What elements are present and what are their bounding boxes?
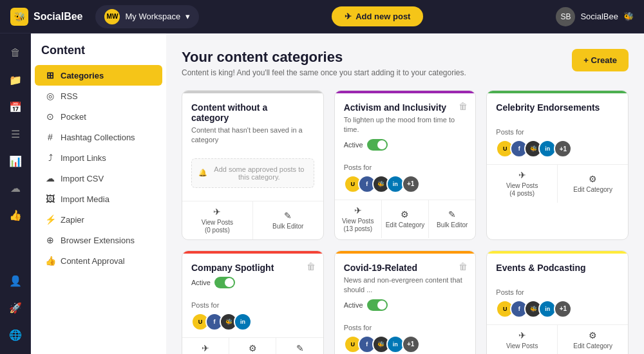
avatar-count: +1 — [554, 140, 572, 158]
bulk-editor-button-no-category[interactable]: ✎ Bulk Editor — [253, 201, 323, 239]
edit-category-button-company[interactable]: ⚙ Edit Category — [229, 338, 276, 354]
sidebar-icon-chart[interactable]: 📊 — [4, 149, 27, 172]
main-layout: 🗑 📁 📅 ☰ 📊 ☁ 👍 👤 🚀 🌐 Content ⊞ Categories… — [0, 33, 644, 354]
card-actions-events: ✈ View Posts ⚙ Edit Category — [487, 324, 628, 354]
toggle-covid[interactable] — [367, 299, 388, 311]
create-label: + Create — [583, 55, 617, 65]
view-posts-button-activism[interactable]: ✈ View Posts(13 posts) — [335, 200, 382, 238]
active-label: Active — [344, 301, 363, 309]
workspace-button[interactable]: MW My Workspace ▾ — [95, 5, 199, 28]
sidebar-icon-approve[interactable]: 👍 — [4, 203, 27, 227]
user-name: SocialBee — [580, 12, 618, 21]
sidebar-item-content-approval[interactable]: 👍 Content Approval — [35, 250, 162, 271]
delete-icon-activism[interactable]: 🗑 — [459, 101, 468, 111]
view-posts-button-events[interactable]: ✈ View Posts — [487, 325, 558, 354]
category-card-company: Company Spotlight 🗑 Active Posts for U f… — [182, 250, 324, 354]
content-approval-icon: 👍 — [45, 256, 55, 266]
delete-icon-company[interactable]: 🗑 — [307, 261, 316, 272]
sidebar-icon-folder[interactable]: 📁 — [4, 68, 27, 91]
category-grid: Content without a category Content that … — [182, 90, 629, 354]
page-header: Your content categories Content is king!… — [182, 49, 629, 77]
sidebar-item-import-csv[interactable]: ☁ Import CSV — [35, 168, 162, 189]
card-desc-activism: To lighten up the mood from time to time… — [344, 115, 467, 135]
category-card-events: Events & Podcasting Posts for U f 🐝 in +… — [486, 250, 629, 354]
avatar-stack-activism: U f 🐝 in +1 — [344, 175, 467, 193]
sidebar-icon-list[interactable]: ☰ — [4, 122, 27, 145]
sidebar-item-browser-ext[interactable]: ⊕ Browser Extensions — [35, 230, 162, 250]
card-body-activism: Posts for U f 🐝 in +1 — [335, 157, 476, 200]
sidebar-icon-calendar[interactable]: 📅 — [4, 95, 27, 118]
import-media-icon: 🖼 — [45, 194, 55, 204]
card-title-events: Events & Podcasting — [496, 263, 619, 273]
sidebar-icon-globe[interactable]: 🌐 — [4, 323, 27, 346]
card-body-events: Posts for U f 🐝 in +1 — [487, 282, 628, 324]
card-header-activism: Activism and Inclusivity To lighten up t… — [335, 91, 476, 157]
sidebar-icon-user[interactable]: 👤 — [4, 269, 27, 292]
bulk-editor-button-activism[interactable]: ✎ Bulk Editor — [429, 200, 475, 238]
edit-category-button-activism[interactable]: ⚙ Edit Category — [382, 200, 429, 238]
edit-category-icon: ⚙ — [401, 209, 409, 219]
sidebar-item-rss[interactable]: ◎ RSS — [35, 86, 162, 106]
card-body-covid: Posts for U f 🐝 in +1 — [335, 317, 476, 354]
edit-category-icon: ⚙ — [589, 330, 597, 340]
sidebar-item-pocket[interactable]: ⊙ Pocket — [35, 106, 162, 127]
create-button[interactable]: + Create — [572, 49, 629, 71]
add-post-button[interactable]: ✈ Add new post — [332, 6, 423, 26]
category-card-celebrity: Celebrity Endorsements Posts for U f 🐝 i… — [486, 90, 629, 240]
avatar-chip: in — [234, 313, 252, 331]
card-actions-activism: ✈ View Posts(13 posts) ⚙ Edit Category ✎… — [335, 200, 476, 238]
edit-category-button-celebrity[interactable]: ⚙ Edit Category — [558, 165, 628, 203]
card-title-activism: Activism and Inclusivity — [344, 102, 467, 113]
posts-for-label: Posts for — [344, 163, 467, 171]
logo-area: 🐝 SocialBee — [10, 8, 82, 26]
avatar-stack-covid: U f 🐝 in +1 — [344, 335, 467, 353]
posts-for-label: Posts for — [496, 128, 619, 136]
sidebar-icon-rocket[interactable]: 🚀 — [4, 296, 27, 319]
sidebar-item-import-links[interactable]: ⤴ Import Links — [35, 147, 162, 168]
card-title-no-category: Content without a category — [191, 102, 314, 123]
edit-category-button-events[interactable]: ⚙ Edit Category — [558, 325, 628, 354]
active-label: Active — [344, 141, 363, 149]
bee-icon: 🐝 — [623, 12, 634, 21]
sidebar-title: Content — [31, 44, 166, 65]
delete-icon-covid[interactable]: 🗑 — [459, 261, 468, 272]
active-toggle-covid: Active — [344, 299, 467, 311]
card-actions-no-category: ✈ View Posts(0 posts) ✎ Bulk Editor — [182, 201, 323, 239]
sidebar-item-zapier[interactable]: ⚡ Zapier — [35, 209, 162, 230]
avatar-count: +1 — [554, 300, 572, 318]
edit-category-label: Edit Category — [573, 342, 612, 350]
zapier-icon: ⚡ — [45, 214, 55, 225]
card-body-no-category: 🔔 Add some approved posts to this catego… — [182, 152, 323, 201]
view-posts-icon: ✈ — [518, 330, 526, 340]
card-header-events: Events & Podcasting — [487, 251, 628, 282]
card-placeholder: 🔔 Add some approved posts to this catego… — [191, 158, 314, 188]
active-toggle-activism: Active — [344, 139, 467, 151]
view-posts-button-company[interactable]: ✈ View Posts — [182, 338, 229, 354]
card-actions-company: ✈ View Posts ⚙ Edit Category ✎ Bulk Edit… — [182, 337, 323, 354]
logo-icon: 🐝 — [10, 8, 28, 26]
pocket-icon: ⊙ — [45, 111, 55, 122]
view-posts-label: View Posts — [506, 342, 538, 350]
sidebar-item-import-media[interactable]: 🖼 Import Media — [35, 189, 162, 209]
rss-label: RSS — [61, 91, 78, 101]
bulk-editor-icon: ✎ — [448, 209, 456, 219]
view-posts-icon: ✈ — [202, 343, 209, 353]
sidebar-icon-trash[interactable]: 🗑 — [4, 41, 27, 64]
card-actions-celebrity: ✈ View Posts(4 posts) ⚙ Edit Category — [487, 164, 628, 203]
view-posts-button-celebrity[interactable]: ✈ View Posts(4 posts) — [487, 165, 558, 203]
view-posts-icon: ✈ — [518, 170, 526, 180]
bulk-editor-button-company[interactable]: ✎ Bulk Editor — [276, 338, 323, 354]
edit-category-label: Edit Category — [573, 186, 612, 194]
view-posts-button-no-category[interactable]: ✈ View Posts(0 posts) — [182, 201, 253, 239]
bulk-editor-icon: ✎ — [296, 343, 304, 353]
sidebar-item-categories[interactable]: ⊞ Categories — [35, 65, 162, 86]
card-header-covid: Covid-19-Related News and non-evergreen … — [335, 251, 476, 317]
card-desc-covid: News and non-evergreen content that shou… — [344, 275, 467, 295]
category-card-covid: Covid-19-Related News and non-evergreen … — [334, 250, 477, 354]
toggle-company[interactable] — [214, 277, 235, 288]
sidebar-item-hashtag[interactable]: # Hashtag Collections — [35, 127, 162, 147]
posts-for-label: Posts for — [344, 324, 467, 331]
placeholder-text: Add some approved posts to this category… — [211, 165, 307, 181]
sidebar-icon-cloud[interactable]: ☁ — [4, 176, 27, 200]
toggle-activism[interactable] — [367, 139, 388, 151]
